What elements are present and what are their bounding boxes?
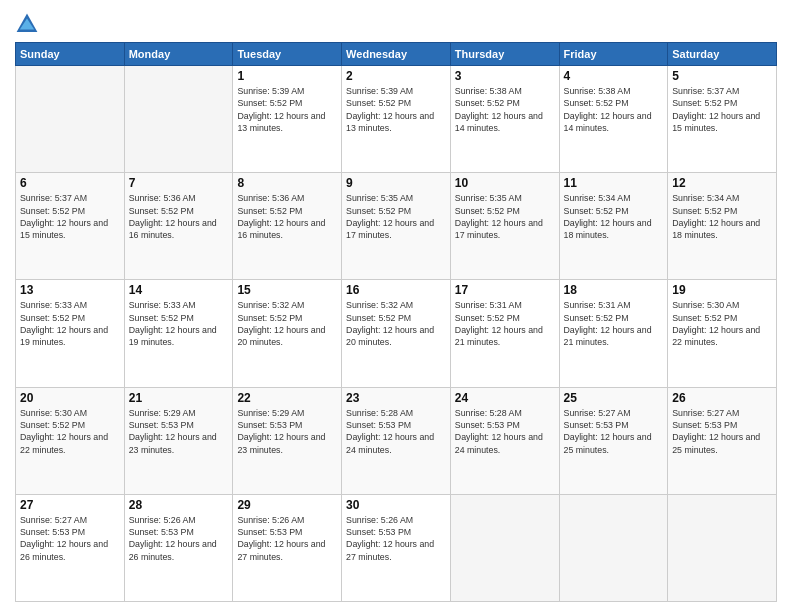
day-number: 28 [129, 498, 229, 512]
day-number: 30 [346, 498, 446, 512]
weekday-thursday: Thursday [450, 43, 559, 66]
weekday-header-row: SundayMondayTuesdayWednesdayThursdayFrid… [16, 43, 777, 66]
calendar-cell: 25Sunrise: 5:27 AM Sunset: 5:53 PM Dayli… [559, 387, 668, 494]
day-number: 1 [237, 69, 337, 83]
day-info: Sunrise: 5:33 AM Sunset: 5:52 PM Dayligh… [129, 299, 229, 348]
day-info: Sunrise: 5:28 AM Sunset: 5:53 PM Dayligh… [455, 407, 555, 456]
day-number: 16 [346, 283, 446, 297]
day-number: 13 [20, 283, 120, 297]
calendar-cell: 1Sunrise: 5:39 AM Sunset: 5:52 PM Daylig… [233, 66, 342, 173]
calendar-cell: 26Sunrise: 5:27 AM Sunset: 5:53 PM Dayli… [668, 387, 777, 494]
day-number: 2 [346, 69, 446, 83]
calendar-cell: 16Sunrise: 5:32 AM Sunset: 5:52 PM Dayli… [342, 280, 451, 387]
calendar-cell: 20Sunrise: 5:30 AM Sunset: 5:52 PM Dayli… [16, 387, 125, 494]
day-info: Sunrise: 5:30 AM Sunset: 5:52 PM Dayligh… [20, 407, 120, 456]
calendar-cell: 7Sunrise: 5:36 AM Sunset: 5:52 PM Daylig… [124, 173, 233, 280]
logo [15, 10, 43, 36]
day-info: Sunrise: 5:39 AM Sunset: 5:52 PM Dayligh… [346, 85, 446, 134]
day-number: 18 [564, 283, 664, 297]
day-info: Sunrise: 5:30 AM Sunset: 5:52 PM Dayligh… [672, 299, 772, 348]
day-number: 29 [237, 498, 337, 512]
day-info: Sunrise: 5:39 AM Sunset: 5:52 PM Dayligh… [237, 85, 337, 134]
calendar-cell: 18Sunrise: 5:31 AM Sunset: 5:52 PM Dayli… [559, 280, 668, 387]
day-info: Sunrise: 5:38 AM Sunset: 5:52 PM Dayligh… [455, 85, 555, 134]
weekday-sunday: Sunday [16, 43, 125, 66]
day-info: Sunrise: 5:32 AM Sunset: 5:52 PM Dayligh… [346, 299, 446, 348]
day-number: 3 [455, 69, 555, 83]
weekday-wednesday: Wednesday [342, 43, 451, 66]
day-info: Sunrise: 5:35 AM Sunset: 5:52 PM Dayligh… [455, 192, 555, 241]
calendar-cell: 23Sunrise: 5:28 AM Sunset: 5:53 PM Dayli… [342, 387, 451, 494]
day-number: 14 [129, 283, 229, 297]
day-info: Sunrise: 5:34 AM Sunset: 5:52 PM Dayligh… [672, 192, 772, 241]
day-info: Sunrise: 5:36 AM Sunset: 5:52 PM Dayligh… [129, 192, 229, 241]
calendar-cell: 24Sunrise: 5:28 AM Sunset: 5:53 PM Dayli… [450, 387, 559, 494]
calendar-week-2: 6Sunrise: 5:37 AM Sunset: 5:52 PM Daylig… [16, 173, 777, 280]
calendar-cell: 11Sunrise: 5:34 AM Sunset: 5:52 PM Dayli… [559, 173, 668, 280]
day-info: Sunrise: 5:27 AM Sunset: 5:53 PM Dayligh… [672, 407, 772, 456]
calendar-cell: 19Sunrise: 5:30 AM Sunset: 5:52 PM Dayli… [668, 280, 777, 387]
calendar-cell: 5Sunrise: 5:37 AM Sunset: 5:52 PM Daylig… [668, 66, 777, 173]
calendar-week-5: 27Sunrise: 5:27 AM Sunset: 5:53 PM Dayli… [16, 494, 777, 601]
logo-icon [15, 12, 39, 36]
calendar-cell [668, 494, 777, 601]
calendar-week-3: 13Sunrise: 5:33 AM Sunset: 5:52 PM Dayli… [16, 280, 777, 387]
weekday-saturday: Saturday [668, 43, 777, 66]
day-number: 22 [237, 391, 337, 405]
calendar-cell [16, 66, 125, 173]
day-info: Sunrise: 5:27 AM Sunset: 5:53 PM Dayligh… [564, 407, 664, 456]
day-info: Sunrise: 5:33 AM Sunset: 5:52 PM Dayligh… [20, 299, 120, 348]
page: SundayMondayTuesdayWednesdayThursdayFrid… [0, 0, 792, 612]
calendar-week-1: 1Sunrise: 5:39 AM Sunset: 5:52 PM Daylig… [16, 66, 777, 173]
calendar-cell: 12Sunrise: 5:34 AM Sunset: 5:52 PM Dayli… [668, 173, 777, 280]
weekday-tuesday: Tuesday [233, 43, 342, 66]
day-number: 26 [672, 391, 772, 405]
calendar-cell: 10Sunrise: 5:35 AM Sunset: 5:52 PM Dayli… [450, 173, 559, 280]
day-info: Sunrise: 5:26 AM Sunset: 5:53 PM Dayligh… [129, 514, 229, 563]
day-info: Sunrise: 5:26 AM Sunset: 5:53 PM Dayligh… [237, 514, 337, 563]
day-info: Sunrise: 5:26 AM Sunset: 5:53 PM Dayligh… [346, 514, 446, 563]
calendar-week-4: 20Sunrise: 5:30 AM Sunset: 5:52 PM Dayli… [16, 387, 777, 494]
calendar-cell: 21Sunrise: 5:29 AM Sunset: 5:53 PM Dayli… [124, 387, 233, 494]
day-info: Sunrise: 5:37 AM Sunset: 5:52 PM Dayligh… [672, 85, 772, 134]
calendar-cell: 3Sunrise: 5:38 AM Sunset: 5:52 PM Daylig… [450, 66, 559, 173]
day-number: 5 [672, 69, 772, 83]
day-info: Sunrise: 5:31 AM Sunset: 5:52 PM Dayligh… [455, 299, 555, 348]
day-info: Sunrise: 5:32 AM Sunset: 5:52 PM Dayligh… [237, 299, 337, 348]
day-info: Sunrise: 5:34 AM Sunset: 5:52 PM Dayligh… [564, 192, 664, 241]
day-info: Sunrise: 5:27 AM Sunset: 5:53 PM Dayligh… [20, 514, 120, 563]
day-number: 27 [20, 498, 120, 512]
calendar-cell: 17Sunrise: 5:31 AM Sunset: 5:52 PM Dayli… [450, 280, 559, 387]
day-info: Sunrise: 5:29 AM Sunset: 5:53 PM Dayligh… [129, 407, 229, 456]
header [15, 10, 777, 36]
calendar-cell: 9Sunrise: 5:35 AM Sunset: 5:52 PM Daylig… [342, 173, 451, 280]
day-number: 8 [237, 176, 337, 190]
day-info: Sunrise: 5:37 AM Sunset: 5:52 PM Dayligh… [20, 192, 120, 241]
day-number: 17 [455, 283, 555, 297]
calendar-cell: 30Sunrise: 5:26 AM Sunset: 5:53 PM Dayli… [342, 494, 451, 601]
calendar-cell [559, 494, 668, 601]
day-number: 9 [346, 176, 446, 190]
calendar-cell [124, 66, 233, 173]
calendar-cell: 15Sunrise: 5:32 AM Sunset: 5:52 PM Dayli… [233, 280, 342, 387]
calendar-cell: 22Sunrise: 5:29 AM Sunset: 5:53 PM Dayli… [233, 387, 342, 494]
calendar-cell: 28Sunrise: 5:26 AM Sunset: 5:53 PM Dayli… [124, 494, 233, 601]
day-number: 20 [20, 391, 120, 405]
calendar-cell [450, 494, 559, 601]
calendar-cell: 8Sunrise: 5:36 AM Sunset: 5:52 PM Daylig… [233, 173, 342, 280]
weekday-friday: Friday [559, 43, 668, 66]
day-number: 25 [564, 391, 664, 405]
calendar-cell: 6Sunrise: 5:37 AM Sunset: 5:52 PM Daylig… [16, 173, 125, 280]
weekday-monday: Monday [124, 43, 233, 66]
day-info: Sunrise: 5:29 AM Sunset: 5:53 PM Dayligh… [237, 407, 337, 456]
day-number: 12 [672, 176, 772, 190]
day-number: 24 [455, 391, 555, 405]
day-info: Sunrise: 5:35 AM Sunset: 5:52 PM Dayligh… [346, 192, 446, 241]
day-number: 23 [346, 391, 446, 405]
day-info: Sunrise: 5:31 AM Sunset: 5:52 PM Dayligh… [564, 299, 664, 348]
day-info: Sunrise: 5:38 AM Sunset: 5:52 PM Dayligh… [564, 85, 664, 134]
calendar-cell: 27Sunrise: 5:27 AM Sunset: 5:53 PM Dayli… [16, 494, 125, 601]
day-number: 7 [129, 176, 229, 190]
day-number: 21 [129, 391, 229, 405]
day-number: 11 [564, 176, 664, 190]
